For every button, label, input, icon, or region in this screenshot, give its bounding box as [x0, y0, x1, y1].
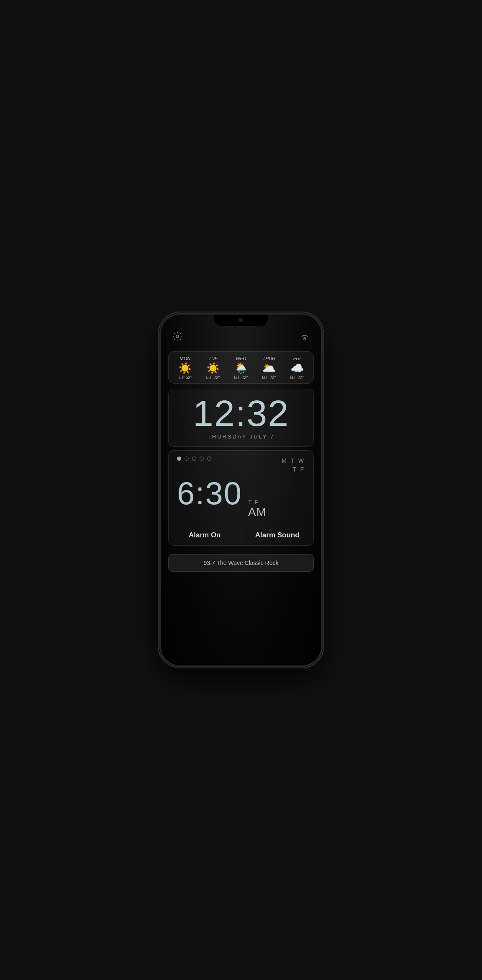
- alarm-days-label: M T W T F: [282, 456, 305, 474]
- broadcast-icon[interactable]: [300, 331, 310, 343]
- alarm-days-line1: M T W: [282, 456, 305, 465]
- temp-range-0: 78° 52°: [178, 375, 192, 380]
- day-name: MON: [180, 356, 191, 361]
- alarm-dot-2[interactable]: [192, 456, 196, 461]
- main-time: 12:32: [177, 395, 305, 432]
- temp-range-3: 58° 22°: [262, 375, 276, 380]
- settings-icon[interactable]: [172, 331, 182, 343]
- day-name: THUR: [263, 356, 276, 361]
- main-date: THURSDAY JULY 7: [177, 433, 305, 440]
- weather-days: MON ☀️ 78° 52° TUE ☀️ 58° 22° WED 🌦️ 58°…: [171, 356, 311, 380]
- temp-range-2: 58° 22°: [234, 375, 248, 380]
- alarm-buttons: Alarm On Alarm Sound: [169, 525, 313, 545]
- alarm-dot-4[interactable]: [207, 456, 211, 461]
- day-name: WED: [236, 356, 246, 361]
- alarm-dots: [177, 456, 211, 461]
- weather-icon-1: ☀️: [206, 363, 220, 374]
- screen: MON ☀️ 78° 52° TUE ☀️ 58° 22° WED 🌦️ 58°…: [161, 315, 321, 665]
- alarm-on-button[interactable]: Alarm On: [169, 525, 241, 545]
- weather-day-thur: THUR 🌥️ 58° 22°: [262, 356, 276, 380]
- temp-range-4: 58° 22°: [290, 375, 304, 380]
- notch: [214, 315, 268, 326]
- weather-icon-4: ☁️: [290, 363, 304, 374]
- alarm-widget: M T W T F 6:30 T F AM Alarm On Alarm Sou…: [168, 450, 314, 546]
- alarm-dot-3[interactable]: [200, 456, 204, 461]
- weather-icon-3: 🌥️: [262, 363, 276, 374]
- alarm-dot-0[interactable]: [177, 456, 181, 461]
- weather-day-wed: WED 🌦️ 58° 22°: [234, 356, 248, 380]
- radio-station: 93.7 The Wave Classic Rock: [177, 560, 305, 566]
- alarm-time-row: 6:30 T F AM: [169, 477, 313, 525]
- alarm-dot-1[interactable]: [185, 456, 189, 461]
- temp-range-1: 58° 22°: [206, 375, 220, 380]
- alarm-tf-label: T F: [248, 499, 259, 505]
- clock-widget: 12:32 THURSDAY JULY 7: [168, 389, 314, 447]
- alarm-days-line2: T F: [282, 465, 305, 474]
- day-name: TUE: [208, 356, 218, 361]
- weather-day-mon: MON ☀️ 78° 52°: [178, 356, 192, 380]
- camera-dot: [239, 318, 243, 322]
- alarm-top: M T W T F: [169, 451, 313, 477]
- alarm-sound-button[interactable]: Alarm Sound: [241, 525, 314, 545]
- svg-point-0: [176, 335, 179, 338]
- alarm-period: AM: [248, 505, 267, 519]
- alarm-ampm: T F AM: [248, 499, 267, 519]
- svg-point-1: [304, 338, 305, 340]
- weather-day-tue: TUE ☀️ 58° 22°: [206, 356, 220, 380]
- alarm-time: 6:30: [177, 477, 242, 509]
- radio-bar[interactable]: 93.7 The Wave Classic Rock: [168, 554, 314, 572]
- weather-day-fri: FRI ☁️ 58° 22°: [290, 356, 304, 380]
- day-name: FRI: [293, 356, 301, 361]
- phone-frame: MON ☀️ 78° 52° TUE ☀️ 58° 22° WED 🌦️ 58°…: [159, 313, 323, 667]
- weather-icon-0: ☀️: [178, 363, 192, 374]
- weather-icon-2: 🌦️: [234, 363, 248, 374]
- weather-widget: MON ☀️ 78° 52° TUE ☀️ 58° 22° WED 🌦️ 58°…: [168, 351, 314, 384]
